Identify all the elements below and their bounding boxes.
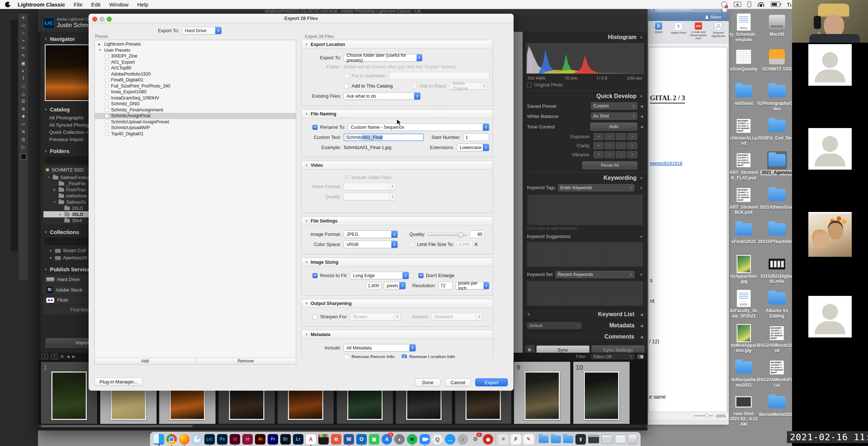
- stack-position-dropdown[interactable]: Below Original▲▼: [450, 82, 487, 90]
- size-unit-dropdown[interactable]: pixels▲▼: [384, 282, 406, 289]
- preset-item[interactable]: SchmitzUploadWIP: [95, 125, 296, 131]
- dock-premiere-pro[interactable]: Pr: [268, 434, 278, 445]
- dock-text-editor[interactable]: ✎: [523, 434, 534, 445]
- filter-toggle[interactable]: [637, 354, 644, 359]
- desktop-icon[interactable]: Albums Vs Editing: [761, 289, 792, 323]
- preset-item[interactable]: 300DPI_Zine: [95, 53, 296, 59]
- battery-icon[interactable]: [771, 2, 780, 7]
- menu-app-name[interactable]: Lightroom Classic: [18, 1, 65, 8]
- desktop-icon[interactable]: 2021SPTeachDesk: [761, 220, 792, 254]
- adjust-button[interactable]: ›: [616, 151, 626, 158]
- keyword-cell[interactable]: [566, 298, 604, 306]
- extensions-dropdown[interactable]: Lowercase▲▼: [457, 144, 489, 151]
- adjust-button[interactable]: »: [627, 142, 637, 149]
- color-space-dropdown[interactable]: sRGB▲▼: [344, 241, 398, 248]
- original-photo-toggle[interactable]: Original Photo: [523, 81, 647, 90]
- zoom-slider[interactable]: [694, 415, 713, 416]
- metadata-include-dropdown[interactable]: All Metadata▲▼: [344, 344, 416, 352]
- subfolder-name-input[interactable]: [389, 72, 489, 80]
- tool-icon[interactable]: ✚: [21, 114, 25, 119]
- adjust-button[interactable]: ›: [616, 142, 626, 149]
- section-header[interactable]: ▼Metadata: [302, 330, 493, 339]
- preset-item[interactable]: Insta_Export1080: [95, 89, 296, 95]
- menu-item-file[interactable]: File: [74, 1, 82, 8]
- preset-checkbox[interactable]: [105, 120, 109, 124]
- preset-item[interactable]: InstaGramSeq_1080HV: [95, 95, 296, 101]
- preset-item[interactable]: ▼User Presets: [95, 47, 296, 54]
- dock-trash[interactable]: [628, 434, 637, 445]
- plugin-manager-button[interactable]: Plug-in Manager...: [94, 378, 143, 386]
- resize-to-fit-checkbox[interactable]: [312, 273, 318, 278]
- desktop-icon[interactable]: SCHMITZ SSD: [761, 47, 792, 82]
- desktop-icon[interactable]: MCHENRY COUNTY COLLEGE ART DEPARTMENTART…: [728, 185, 759, 220]
- dock-folder-1[interactable]: [539, 436, 549, 443]
- preset-checkbox[interactable]: [105, 66, 109, 70]
- preset-checkbox[interactable]: [105, 60, 109, 64]
- desktop-icon[interactable]: midSend: [728, 81, 759, 116]
- tool-icon[interactable]: ✎: [21, 54, 25, 58]
- remove-person-info-checkbox[interactable]: [344, 354, 349, 358]
- keyword-cell[interactable]: [605, 289, 643, 297]
- export-location-dropdown[interactable]: Choose folder later (useful for presets)…: [344, 54, 422, 61]
- adjust-button[interactable]: «: [593, 142, 604, 149]
- keyword-cell[interactable]: [605, 242, 643, 250]
- preset-checkbox[interactable]: [105, 84, 109, 88]
- dock-facetime[interactable]: ▣: [369, 434, 379, 445]
- custom-text-input[interactable]: SchmitzA01_Final: [344, 133, 424, 141]
- desktop-icon[interactable]: itzFaculty_Scule_SP2021: [728, 289, 759, 323]
- section-header[interactable]: ▼Output Sharpening: [302, 299, 493, 308]
- add-keyword-icon[interactable]: +: [527, 311, 530, 318]
- preset-item[interactable]: A01Top60: [95, 65, 296, 71]
- keyword-cell[interactable]: [527, 289, 565, 297]
- tool-icon[interactable]: ▭: [21, 23, 25, 27]
- doc-hyperlink-fragment[interactable]: ments/8181918: [650, 161, 682, 166]
- keyword-cell[interactable]: [566, 259, 604, 267]
- share-button[interactable]: Share: [710, 15, 722, 19]
- filmstrip-cell[interactable]: 9: [514, 362, 570, 424]
- collapse-arrow-icon[interactable]: ◀: [637, 125, 643, 129]
- section-header[interactable]: ▼File Settings: [302, 217, 493, 225]
- desktop-icon[interactable]: BernieMeme2021: [761, 392, 792, 427]
- dock-adobe-capture[interactable]: ⧉: [331, 434, 341, 445]
- preset-checkbox[interactable]: [105, 96, 109, 100]
- image-format-dropdown[interactable]: JPEG▲▼: [344, 230, 398, 238]
- existing-files-dropdown[interactable]: Ask what to do▲▼: [344, 92, 421, 100]
- keyword-cell[interactable]: [527, 298, 565, 306]
- resolution-input[interactable]: 72: [438, 282, 453, 289]
- desktop-icon[interactable]: itzApparition.jpg: [728, 254, 759, 289]
- dock-font-book[interactable]: F: [511, 434, 521, 445]
- adjust-button[interactable]: »: [627, 151, 637, 158]
- preset-checkbox[interactable]: [105, 114, 109, 118]
- preset-checkbox[interactable]: [105, 102, 109, 106]
- dock-bridge[interactable]: Br: [280, 434, 291, 445]
- dock-messages[interactable]: …: [445, 434, 455, 445]
- sharpen-for-checkbox[interactable]: [312, 314, 318, 319]
- quick-develop-panel-header[interactable]: Quick Develop▼: [523, 90, 647, 101]
- collapse-arrow-icon[interactable]: ◀: [637, 104, 643, 108]
- keyword-entry-area[interactable]: [527, 194, 643, 225]
- metadata-preset-dropdown[interactable]: Default⇕: [527, 322, 581, 329]
- quality-slider[interactable]: [428, 232, 467, 237]
- tool-icon[interactable]: ⌁: [22, 38, 25, 43]
- dock-word[interactable]: W: [344, 434, 354, 445]
- keyword-cell[interactable]: [605, 281, 643, 289]
- section-header[interactable]: ▼Video: [302, 161, 493, 170]
- tool-icon[interactable]: ☰: [21, 99, 25, 103]
- preset-item[interactable]: Schmitz_DNG: [95, 101, 296, 107]
- tool-icon[interactable]: T: [22, 76, 25, 81]
- scrollbar-thumb[interactable]: [41, 425, 193, 427]
- desktop-icon[interactable]: eSizeQuanity: [728, 47, 759, 82]
- sharpen-target-dropdown[interactable]: Screen▲▼: [350, 313, 401, 320]
- tool-icon[interactable]: ✛: [21, 16, 25, 20]
- dock-illustrator[interactable]: Ai: [255, 434, 265, 445]
- dock-minimized-window-1[interactable]: [588, 435, 599, 443]
- remove-preset-button[interactable]: Remove: [195, 358, 296, 364]
- done-button[interactable]: Done: [415, 378, 441, 386]
- dock-lightroom-classic[interactable]: LrC: [204, 434, 215, 445]
- dock-zoom[interactable]: [420, 434, 430, 445]
- preset-item[interactable]: A01_Export: [95, 59, 296, 65]
- desktop-icon[interactable]: 2021_Agendas: [761, 150, 792, 185]
- dock-firefox[interactable]: [179, 434, 190, 445]
- dock-photoshop[interactable]: Ps: [217, 434, 227, 445]
- adjust-button[interactable]: ‹: [605, 151, 615, 158]
